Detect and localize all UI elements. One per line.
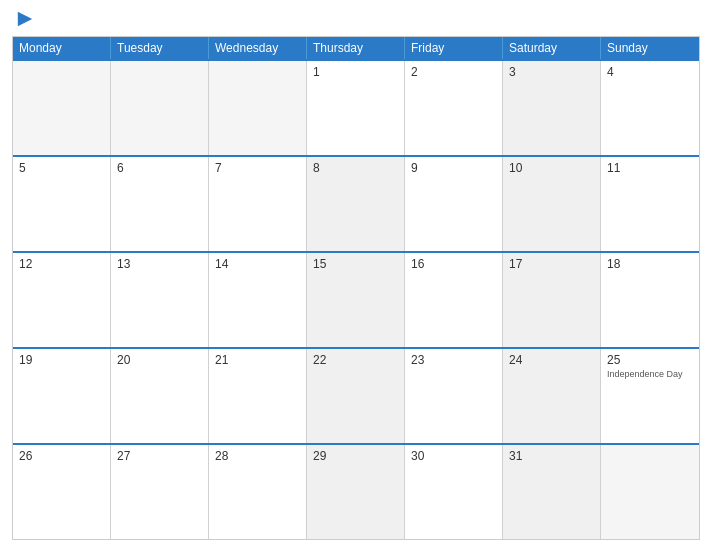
day-cell-11: 11 [601,157,699,251]
day-number: 14 [215,257,300,271]
day-number: 29 [313,449,398,463]
day-cell-empty [601,445,699,539]
day-cell-14: 14 [209,253,307,347]
day-cell-12: 12 [13,253,111,347]
day-number: 15 [313,257,398,271]
day-header-wednesday: Wednesday [209,37,307,59]
day-cell-empty [111,61,209,155]
day-number: 9 [411,161,496,175]
day-number: 11 [607,161,693,175]
day-number: 21 [215,353,300,367]
day-number: 20 [117,353,202,367]
day-cell-25: 25Independence Day [601,349,699,443]
day-cell-19: 19 [13,349,111,443]
day-number: 1 [313,65,398,79]
day-cell-23: 23 [405,349,503,443]
day-header-friday: Friday [405,37,503,59]
day-number: 24 [509,353,594,367]
day-cell-20: 20 [111,349,209,443]
day-number: 30 [411,449,496,463]
day-cell-7: 7 [209,157,307,251]
day-number: 25 [607,353,693,367]
day-cell-21: 21 [209,349,307,443]
day-cell-1: 1 [307,61,405,155]
day-header-sunday: Sunday [601,37,699,59]
day-number: 26 [19,449,104,463]
day-number: 4 [607,65,693,79]
day-number: 28 [215,449,300,463]
day-cell-13: 13 [111,253,209,347]
day-number: 6 [117,161,202,175]
day-cell-6: 6 [111,157,209,251]
day-header-monday: Monday [13,37,111,59]
header [12,10,700,28]
day-number: 17 [509,257,594,271]
day-number: 2 [411,65,496,79]
day-cell-17: 17 [503,253,601,347]
day-number: 23 [411,353,496,367]
day-header-thursday: Thursday [307,37,405,59]
day-cell-31: 31 [503,445,601,539]
day-cell-10: 10 [503,157,601,251]
day-cell-8: 8 [307,157,405,251]
day-cell-15: 15 [307,253,405,347]
day-number: 3 [509,65,594,79]
calendar-grid: MondayTuesdayWednesdayThursdayFridaySatu… [12,36,700,540]
day-number: 16 [411,257,496,271]
week-row-3: 12131415161718 [13,251,699,347]
day-number: 5 [19,161,104,175]
day-number: 27 [117,449,202,463]
day-number: 22 [313,353,398,367]
day-number: 18 [607,257,693,271]
day-cell-18: 18 [601,253,699,347]
weeks-container: 1234567891011121314151617181920212223242… [13,59,699,539]
day-cell-28: 28 [209,445,307,539]
day-cell-22: 22 [307,349,405,443]
day-headers-row: MondayTuesdayWednesdayThursdayFridaySatu… [13,37,699,59]
day-cell-empty [209,61,307,155]
svg-marker-0 [18,12,32,26]
day-number: 7 [215,161,300,175]
logo-flag-icon [16,10,34,28]
week-row-1: 1234 [13,59,699,155]
day-cell-5: 5 [13,157,111,251]
day-cell-2: 2 [405,61,503,155]
day-cell-24: 24 [503,349,601,443]
day-header-tuesday: Tuesday [111,37,209,59]
day-number: 10 [509,161,594,175]
day-cell-30: 30 [405,445,503,539]
day-number: 8 [313,161,398,175]
day-cell-16: 16 [405,253,503,347]
day-cell-27: 27 [111,445,209,539]
day-number: 31 [509,449,594,463]
calendar-page: MondayTuesdayWednesdayThursdayFridaySatu… [0,0,712,550]
day-cell-9: 9 [405,157,503,251]
day-cell-29: 29 [307,445,405,539]
day-number: 12 [19,257,104,271]
day-cell-4: 4 [601,61,699,155]
week-row-5: 262728293031 [13,443,699,539]
week-row-4: 19202122232425Independence Day [13,347,699,443]
day-cell-26: 26 [13,445,111,539]
day-number: 13 [117,257,202,271]
day-cell-3: 3 [503,61,601,155]
logo [12,10,34,28]
day-number: 19 [19,353,104,367]
day-header-saturday: Saturday [503,37,601,59]
day-cell-empty [13,61,111,155]
day-event: Independence Day [607,369,693,380]
week-row-2: 567891011 [13,155,699,251]
